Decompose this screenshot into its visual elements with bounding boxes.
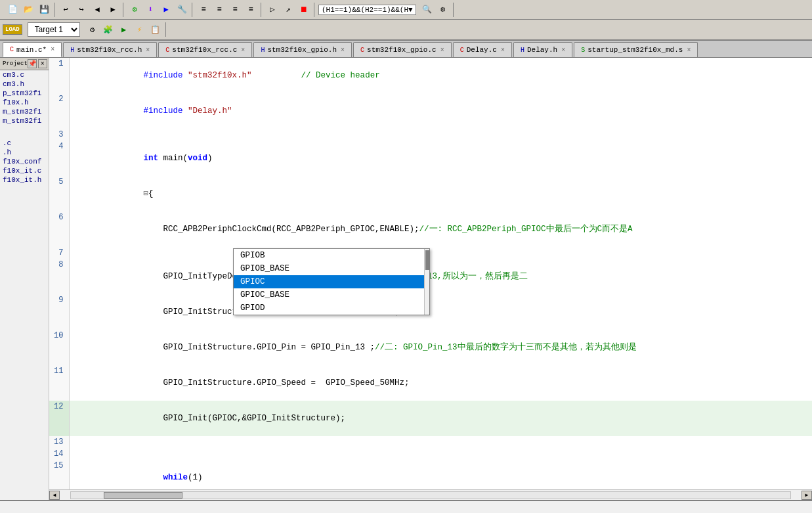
undo-btn[interactable]: ↩ <box>58 3 73 17</box>
tab-close-delay-c[interactable]: × <box>501 47 505 54</box>
tab-delay-c[interactable]: C Delay.c × <box>453 42 512 57</box>
tab-bar: C main.c* × H stm32f10x_rcc.h × C stm32f… <box>0 41 812 58</box>
back-btn[interactable]: ◀ <box>90 3 104 17</box>
tab-label-gpio-c: stm32f10x_gpio.c <box>367 46 437 54</box>
code-token <box>252 71 301 80</box>
target-action1-btn[interactable]: ▶ <box>117 22 131 37</box>
ac-item-gpiob-base[interactable]: GPIOB_BASE <box>234 262 429 275</box>
flash-btn[interactable]: ▶ <box>159 3 173 17</box>
fwd-btn[interactable]: ▶ <box>106 3 120 17</box>
comment-btn[interactable]: ≡ <box>228 3 242 17</box>
save-btn[interactable]: 💾 <box>37 3 51 17</box>
manage-components-btn[interactable]: 🧩 <box>101 22 116 37</box>
line-content: #include "stm32f10x.h" // Device header <box>69 58 812 93</box>
build-btn[interactable]: ⚙ <box>127 3 142 17</box>
tab-stm32-rcc-h[interactable]: H stm32f10x_rcc.h × <box>63 42 157 57</box>
indent-btn[interactable]: ≡ <box>196 3 211 17</box>
sidebar-item-p-stm32f1[interactable]: p_stm32f1 <box>0 89 49 98</box>
sidebar-item-cm3c[interactable]: cm3.c <box>0 70 49 79</box>
tab-icon-gpio-c: C <box>360 47 364 54</box>
table-row: 12 GPIO_Init(GPIOC,&GPIO_InitStructure); <box>49 401 812 436</box>
sidebar-item-f10xh[interactable]: f10x.h <box>0 98 49 107</box>
tab-delay-h[interactable]: H Delay.h × <box>513 42 572 57</box>
table-row: 13 <box>49 436 812 448</box>
autocomplete-dropdown[interactable]: GPIOB GPIOB_BASE GPIOC GPIOC_BASE GPIOD <box>233 248 430 315</box>
line-number: 3 <box>49 129 69 141</box>
table-row: 11 GPIO_InitStructure.GPIO_Speed = GPIO_… <box>49 365 812 401</box>
sidebar-item-cm3h[interactable]: cm3.h <box>0 79 49 89</box>
ac-item-gpioc-base[interactable]: GPIOC_BASE <box>234 288 429 301</box>
horizontal-scrollbar[interactable]: ◀ ▶ <box>49 489 812 500</box>
debug-btn[interactable]: 🔧 <box>175 3 189 17</box>
line-number: 4 <box>49 141 69 176</box>
sidebar-item-f10x-it-c[interactable]: f10x_it.c <box>0 166 49 175</box>
table-row: 2 #include "Delay.h" <box>49 93 812 129</box>
code-token: #include <box>144 106 183 116</box>
target-action2-btn[interactable]: ⚡ <box>133 22 147 37</box>
toolbar-row2: LOAD Target 1 ⚙ 🧩 ▶ ⚡ 📋 <box>0 20 812 41</box>
line-content <box>69 448 812 460</box>
line-number: 11 <box>49 365 69 401</box>
sidebar-item-f10x-conf[interactable]: f10x_conf <box>0 157 49 166</box>
open-file-btn[interactable]: 📂 <box>21 3 35 17</box>
sidebar-item-m-stm32f1-2[interactable]: m_stm32f1 <box>0 116 49 125</box>
line-content: GPIO_InitTypeDef GPIO_InitStructure;//c1… <box>69 259 812 294</box>
line-content: ⊟{ <box>69 176 812 212</box>
tab-stm32-gpio-c[interactable]: C stm32f10x_gpio.c × <box>353 42 452 57</box>
tab-close-delay-h[interactable]: × <box>561 47 565 54</box>
step-btn[interactable]: ↗ <box>281 3 295 17</box>
autocomplete-scrollbar[interactable] <box>424 249 429 315</box>
sidebar-item-m-stm32f1-1[interactable]: m_stm32f1 <box>0 107 49 116</box>
tab-close-gpio-h[interactable]: × <box>341 47 345 54</box>
table-row: 4 int main(void) <box>49 141 812 176</box>
tab-startup[interactable]: S startup_stm32f10x_md.s × <box>574 42 698 57</box>
target-action3-btn[interactable]: 📋 <box>148 22 163 37</box>
line-number: 6 <box>49 212 69 247</box>
ac-item-gpiob[interactable]: GPIOB <box>234 249 429 262</box>
tab-close-gpio-c[interactable]: × <box>440 47 444 54</box>
target-select[interactable]: Target 1 <box>28 22 80 37</box>
search-btn[interactable]: 🔍 <box>420 3 435 17</box>
run-to-btn[interactable]: ▷ <box>265 3 280 17</box>
line-content <box>69 247 812 259</box>
load-btn[interactable]: ⬇ <box>143 3 158 17</box>
line-number: 10 <box>49 330 69 365</box>
sidebar-item-c[interactable]: .c <box>0 139 49 148</box>
scroll-track[interactable] <box>70 491 791 499</box>
sidebar-item-h[interactable]: .h <box>0 148 49 157</box>
table-row: 6 RCC_APB2PeriphClockCmd(RCC_APB2Periph_… <box>49 212 812 247</box>
tab-main-c[interactable]: C main.c* × <box>3 42 62 57</box>
line-content: #include "Delay.h" <box>69 93 812 129</box>
line-number: 13 <box>49 436 69 448</box>
fold-icon[interactable]: ⊟ <box>144 189 149 198</box>
line-number: 12 <box>49 401 69 436</box>
line-number: 9 <box>49 294 69 330</box>
close-sidebar-btn[interactable]: × <box>38 59 47 68</box>
pin-btn[interactable]: 📌 <box>28 59 37 68</box>
tab-close-rcc-c[interactable]: × <box>241 47 245 54</box>
sidebar-item-f10x-it-h[interactable]: f10x_it.h <box>0 175 49 185</box>
condition-text[interactable]: (H1==1)&&(H2==1)&&(H▼ <box>318 5 416 15</box>
code-content[interactable]: 1 #include "stm32f10x.h" // Device heade… <box>49 58 812 489</box>
code-keyword: int <box>144 154 159 163</box>
tab-stm32-rcc-c[interactable]: C stm32f10x_rcc.c × <box>158 42 252 57</box>
tab-close-main-c[interactable]: × <box>51 46 54 53</box>
code-token: #include <box>144 71 183 80</box>
scroll-thumb[interactable] <box>104 492 182 499</box>
extra-btn[interactable]: ⚙ <box>436 3 450 17</box>
redo-btn[interactable]: ↪ <box>74 3 89 17</box>
scroll-right-btn[interactable]: ▶ <box>801 491 812 500</box>
line-content <box>69 436 812 448</box>
tab-stm32-gpio-h[interactable]: H stm32f10x_gpio.h × <box>253 42 352 57</box>
new-file-btn[interactable]: 📄 <box>5 3 20 17</box>
unindent-btn[interactable]: ≡ <box>212 3 226 17</box>
tab-close-rcc-h[interactable]: × <box>146 47 150 54</box>
ac-item-gpiod[interactable]: GPIOD <box>234 301 429 315</box>
line-content: RCC_APB2PeriphClockCmd(RCC_APB2Periph_GP… <box>69 212 812 247</box>
ac-item-gpioc[interactable]: GPIOC <box>234 275 429 288</box>
uncomment-btn[interactable]: ≡ <box>244 3 258 17</box>
scroll-left-btn[interactable]: ◀ <box>49 491 60 500</box>
stop-btn[interactable]: ⏹ <box>297 3 311 17</box>
tab-close-startup[interactable]: × <box>687 47 691 54</box>
target-options-btn[interactable]: ⚙ <box>85 22 100 37</box>
